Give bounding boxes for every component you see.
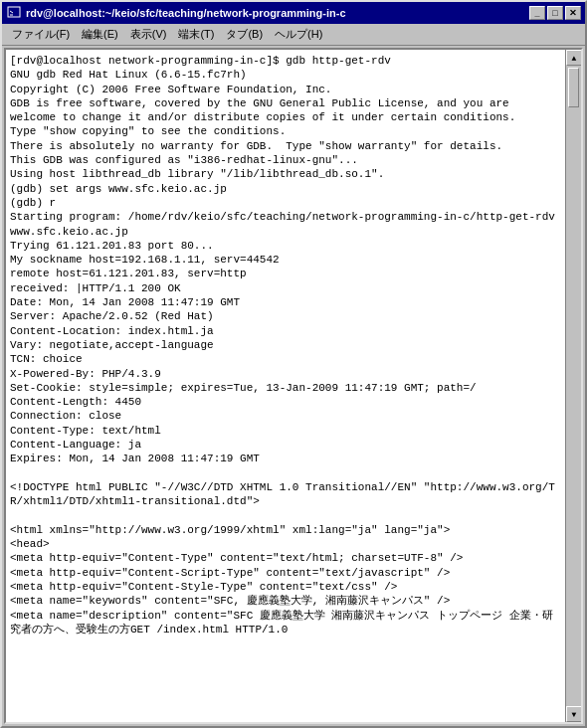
main-window: rdv@localhost:~/keio/sfc/teaching/networ… [0,0,587,728]
svg-line-1 [10,11,13,13]
terminal-icon [6,5,22,21]
menu-item-tab[interactable]: タブ(B) [220,25,269,44]
terminal-output[interactable]: [rdv@localhost network-programming-in-c]… [6,50,565,722]
menu-item-terminal[interactable]: 端末(T) [172,25,220,44]
scrollbar: ▲ ▼ [565,50,581,722]
menu-item-file[interactable]: ファイル(F) [6,25,76,44]
title-bar: rdv@localhost:~/keio/sfc/teaching/networ… [2,2,585,24]
minimize-button[interactable]: _ [529,6,545,20]
menu-bar: ファイル(F)編集(E)表示(V)端末(T)タブ(B)ヘルプ(H) [2,24,585,46]
close-button[interactable]: ✕ [565,6,581,20]
title-bar-controls: _ □ ✕ [529,6,581,20]
svg-rect-0 [8,7,20,17]
maximize-button[interactable]: □ [547,6,563,20]
menu-item-edit[interactable]: 編集(E) [76,25,124,44]
menu-item-help[interactable]: ヘルプ(H) [269,25,328,44]
menu-item-view[interactable]: 表示(V) [124,25,173,44]
terminal-container: [rdv@localhost network-programming-in-c]… [4,48,583,724]
scroll-track[interactable] [566,66,581,706]
window-title: rdv@localhost:~/keio/sfc/teaching/networ… [26,7,346,19]
scroll-up-button[interactable]: ▲ [566,50,582,66]
title-bar-left: rdv@localhost:~/keio/sfc/teaching/networ… [6,5,346,21]
scroll-thumb[interactable] [568,68,579,107]
scroll-down-button[interactable]: ▼ [566,706,582,722]
